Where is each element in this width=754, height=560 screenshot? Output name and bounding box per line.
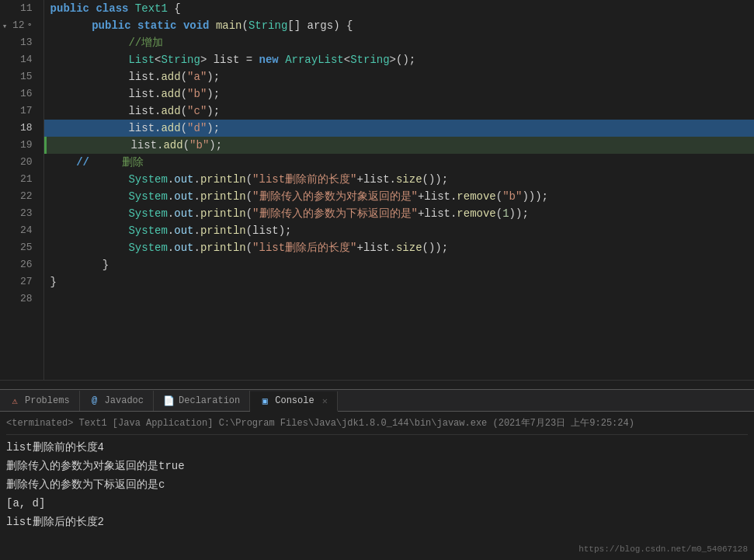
code-line-12: public static void main(String[] args) { <box>44 17 754 34</box>
code-line-16: list.add("b"); <box>44 85 754 103</box>
panel-tabs: ⚠ Problems @ Javadoc 📄 Declaration ▣ Con… <box>0 390 754 412</box>
line-num-11: 11 <box>12 0 37 17</box>
code-line-28 <box>44 290 754 308</box>
code-line-11: public class Text1 { <box>44 0 754 17</box>
line-num-12: 12⚬ <box>12 17 37 34</box>
line-num-26: 26 <box>12 256 37 273</box>
console-tab-close[interactable]: ✕ <box>322 395 328 407</box>
fold-23 <box>0 205 9 222</box>
tab-declaration-label: Declaration <box>179 395 240 406</box>
problems-icon: ⚠ <box>9 395 20 406</box>
declaration-icon: 📄 <box>163 395 174 406</box>
console-output-5: list删除后的长度2 <box>6 513 748 531</box>
fold-18 <box>0 120 9 137</box>
tab-declaration[interactable]: 📄 Declaration <box>154 391 250 411</box>
fold-15 <box>0 68 9 85</box>
javadoc-icon: @ <box>89 395 100 406</box>
fold-14 <box>0 51 9 68</box>
watermark: https://blog.csdn.net/m0_54067128 <box>579 544 748 554</box>
horizontal-scrollbar[interactable] <box>0 380 754 389</box>
line-num-23: 23 <box>12 205 37 222</box>
line-num-21: 21 <box>12 171 37 188</box>
line-num-25: 25 <box>12 239 37 256</box>
fold-13 <box>0 34 9 51</box>
fold-26 <box>0 256 9 273</box>
tab-console-label: Console <box>275 395 314 406</box>
console-panel-content: <terminated> Text1 [Java Application] C:… <box>0 412 754 560</box>
code-line-25: System.out.println("list删除后的长度"+list.siz… <box>44 239 754 256</box>
code-lines: public class Text1 { public static void … <box>44 0 754 380</box>
code-line-24: System.out.println(list); <box>44 222 754 239</box>
code-line-26: } <box>44 256 754 273</box>
code-line-21: System.out.println("list删除前的长度"+list.siz… <box>44 171 754 188</box>
code-container: ▾ 11 12⚬ 13 14 15 16 17 <box>0 0 754 380</box>
tab-javadoc[interactable]: @ Javadoc <box>80 391 154 411</box>
tab-problems-label: Problems <box>25 395 70 406</box>
editor-area: ▾ 11 12⚬ 13 14 15 16 17 <box>0 0 754 389</box>
bottom-panel: ⚠ Problems @ Javadoc 📄 Declaration ▣ Con… <box>0 389 754 560</box>
line-num-22: 22 <box>12 188 37 205</box>
code-line-15: list.add("a"); <box>44 68 754 85</box>
line-num-16: 16 <box>12 85 37 103</box>
fold-24 <box>0 222 9 239</box>
fold-27 <box>0 273 9 290</box>
line-num-20: 20 <box>12 154 37 171</box>
line-num-27: 27 <box>12 273 37 290</box>
tab-console[interactable]: ▣ Console ✕ <box>250 391 338 412</box>
fold-11 <box>0 0 9 17</box>
line-num-24: 24 <box>12 222 37 239</box>
console-output-3: 删除传入的参数为下标返回的是c <box>6 475 748 494</box>
left-bar: ▾ <box>0 0 9 380</box>
fold-22 <box>0 188 9 205</box>
code-line-22: System.out.println("删除传入的参数为对象返回的是"+list… <box>44 188 754 205</box>
fold-19 <box>0 137 9 154</box>
code-line-18: list.add("d"); <box>44 120 754 137</box>
code-line-27: } <box>44 273 754 290</box>
line-num-14: 14 <box>12 51 37 68</box>
line-num-15: 15 <box>12 68 37 85</box>
console-output-2: 删除传入的参数为对象返回的是true <box>6 457 748 475</box>
line-num-19: 19 <box>12 137 37 154</box>
line-num-28: 28 <box>12 290 37 308</box>
line-numbers: 11 12⚬ 13 14 15 16 17 18 19 20 21 22 23 … <box>9 0 44 380</box>
line-num-18: 18 <box>12 120 37 137</box>
code-line-13: //增加 <box>44 34 754 51</box>
fold-20 <box>0 154 9 171</box>
console-terminated-line: <terminated> Text1 [Java Application] C:… <box>6 415 748 435</box>
fold-16 <box>0 85 9 103</box>
code-line-23: System.out.println("删除传入的参数为下标返回的是"+list… <box>44 205 754 222</box>
console-output-4: [a, d] <box>6 494 748 513</box>
fold-12[interactable]: ▾ <box>0 17 9 34</box>
line-num-17: 17 <box>12 103 37 120</box>
code-line-20: // 删除 <box>44 154 754 171</box>
code-line-17: list.add("c"); <box>44 103 754 120</box>
console-icon: ▣ <box>259 395 270 406</box>
fold-25 <box>0 239 9 256</box>
console-output: list删除前的长度4 删除传入的参数为对象返回的是true 删除传入的参数为下… <box>6 438 748 531</box>
code-line-14: List<String> list = new ArrayList<String… <box>44 51 754 68</box>
fold-21 <box>0 171 9 188</box>
code-line-19: list.add("b"); <box>44 137 754 154</box>
console-output-1: list删除前的长度4 <box>6 438 748 457</box>
line-num-13: 13 <box>12 34 37 51</box>
tab-javadoc-label: Javadoc <box>105 395 144 406</box>
tab-problems[interactable]: ⚠ Problems <box>0 391 80 411</box>
fold-28 <box>0 290 9 308</box>
fold-17 <box>0 103 9 120</box>
